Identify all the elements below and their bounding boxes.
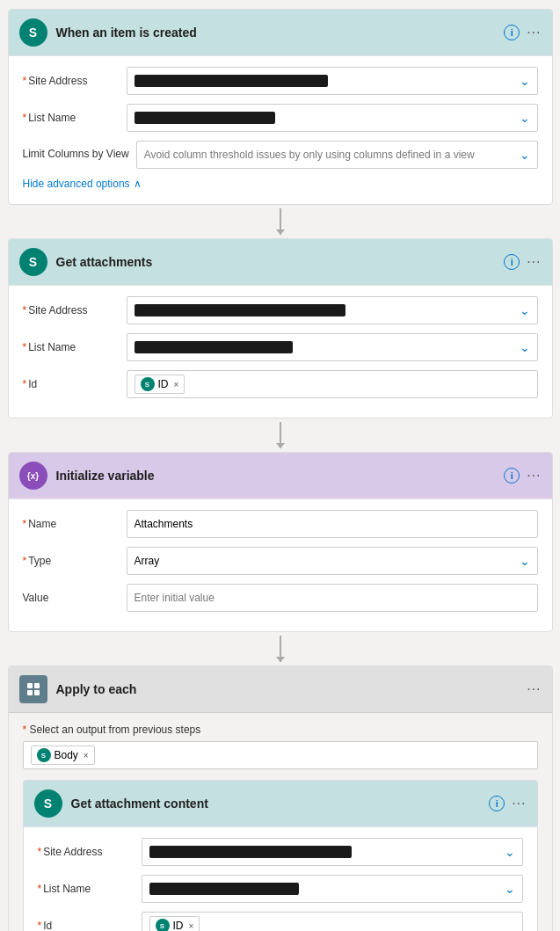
trigger-limit-col-input[interactable]: Avoid column threshold issues by only us… — [136, 141, 538, 169]
init-variable-icon: {x} — [19, 462, 47, 490]
svg-rect-3 — [34, 690, 40, 695]
trigger-icon: S — [19, 18, 47, 47]
init-variable-card: {x} Initialize variable i ··· *Name — [8, 452, 553, 632]
ga-id-token-icon: S — [141, 377, 155, 391]
iv-name-row: *Name — [23, 510, 538, 538]
trigger-list-name-redacted — [135, 112, 275, 124]
get-attachments-title: Get attachments — [56, 255, 496, 269]
gac-id-token-close[interactable]: × — [189, 921, 194, 931]
ga-id-label: *Id — [23, 378, 120, 390]
init-variable-actions: i ··· — [504, 468, 541, 484]
ga-id-row: *Id S ID × — [23, 370, 538, 398]
apply-each-actions: ··· — [527, 681, 541, 697]
trigger-site-address-chevron: ⌄ — [520, 74, 530, 88]
gac-list-name-label: *List Name — [38, 883, 135, 895]
init-variable-info-icon[interactable]: i — [504, 468, 520, 484]
ga-list-name-redacted — [135, 341, 293, 353]
gac-id-token: S ID × — [149, 916, 200, 931]
gac-list-name-input[interactable]: ⌄ — [142, 875, 523, 903]
gac-id-label: *Id — [38, 920, 135, 931]
gac-title: Get attachment content — [71, 796, 481, 811]
apply-each-title: Apply to each — [56, 682, 519, 696]
gac-list-name-row: *List Name ⌄ — [38, 875, 523, 903]
trigger-site-address-input[interactable]: ⌄ — [127, 67, 538, 95]
apply-each-body-token-icon: S — [37, 748, 51, 762]
gac-body: *Site Address ⌄ *List Name — [24, 827, 537, 931]
trigger-site-address-label: *Site Address — [23, 75, 120, 87]
trigger-card: S When an item is created i ··· *Site Ad… — [8, 9, 553, 205]
apply-each-icon — [19, 675, 47, 703]
trigger-site-address-row: *Site Address ⌄ — [23, 67, 538, 95]
apply-each-header: Apply to each ··· — [9, 666, 552, 713]
trigger-limit-col-row: Limit Columns by View Avoid column thres… — [23, 141, 538, 169]
ga-id-input[interactable]: S ID × — [127, 370, 538, 398]
gac-site-address-input[interactable]: ⌄ — [142, 838, 523, 866]
gac-more-button[interactable]: ··· — [512, 796, 526, 811]
apply-each-select-label: * Select an output from previous steps — [23, 724, 538, 736]
trigger-more-button[interactable]: ··· — [527, 25, 541, 40]
gac-list-name-redacted — [149, 883, 299, 895]
svg-rect-2 — [27, 690, 33, 695]
gac-site-address-row: *Site Address ⌄ — [38, 838, 523, 866]
trigger-list-name-row: *List Name ⌄ — [23, 104, 538, 132]
gac-info-icon[interactable]: i — [489, 796, 505, 811]
trigger-list-name-label: *List Name — [23, 112, 120, 124]
flow-container: S When an item is created i ··· *Site Ad… — [0, 0, 560, 931]
iv-value-input[interactable] — [127, 584, 538, 612]
gac-list-name-chevron: ⌄ — [505, 882, 515, 896]
connector-2 — [280, 422, 281, 448]
init-variable-more-button[interactable]: ··· — [527, 468, 541, 484]
get-attachments-actions: i ··· — [504, 254, 541, 270]
trigger-title: When an item is created — [56, 25, 496, 40]
iv-value-row: Value — [23, 584, 538, 612]
ga-site-address-input[interactable]: ⌄ — [127, 296, 538, 324]
ga-list-name-label: *List Name — [23, 341, 120, 353]
apply-each-more-button[interactable]: ··· — [527, 681, 541, 697]
apply-each-card: Apply to each ··· * Select an output fro… — [8, 666, 553, 931]
iv-type-input[interactable]: Array ⌄ — [127, 547, 538, 575]
ga-site-address-redacted — [135, 304, 345, 316]
gac-site-address-chevron: ⌄ — [505, 845, 515, 859]
get-attachments-header: S Get attachments i ··· — [9, 239, 552, 286]
trigger-header: S When an item is created i ··· — [9, 10, 552, 56]
trigger-limit-col-label: Limit Columns by View — [23, 141, 129, 160]
gac-actions: i ··· — [489, 796, 526, 811]
trigger-actions: i ··· — [504, 25, 541, 40]
gac-id-input[interactable]: S ID × — [142, 912, 523, 931]
init-variable-body: *Name *Type Array ⌄ Value — [9, 499, 552, 631]
get-attachments-body: *Site Address ⌄ *List Name ⌄ — [9, 286, 552, 418]
get-attachments-info-icon[interactable]: i — [504, 254, 520, 270]
apply-each-body: * Select an output from previous steps S… — [9, 713, 552, 931]
ga-site-address-row: *Site Address ⌄ — [23, 296, 538, 324]
trigger-limit-col-chevron: ⌄ — [520, 148, 530, 162]
apply-each-body-token-close[interactable]: × — [84, 751, 89, 760]
trigger-limit-col-placeholder: Avoid column threshold issues by only us… — [144, 149, 475, 161]
get-attachments-more-button[interactable]: ··· — [527, 254, 541, 270]
init-variable-title: Initialize variable — [56, 469, 496, 483]
ga-list-name-input[interactable]: ⌄ — [127, 333, 538, 361]
apply-each-body-token: S Body × — [31, 746, 95, 765]
iv-name-input[interactable] — [127, 510, 538, 538]
ga-list-name-chevron: ⌄ — [520, 340, 530, 354]
trigger-list-name-chevron: ⌄ — [520, 111, 530, 125]
trigger-hide-advanced-button[interactable]: Hide advanced options ∧ — [23, 178, 538, 190]
hide-advanced-chevron-icon: ∧ — [134, 178, 142, 190]
ga-id-token-close[interactable]: × — [174, 380, 179, 389]
gac-id-row: *Id S ID × — [38, 912, 523, 931]
trigger-list-name-input[interactable]: ⌄ — [127, 104, 538, 132]
iv-name-label: *Name — [23, 518, 120, 530]
iv-type-chevron: ⌄ — [520, 554, 530, 568]
get-attachment-content-card: S Get attachment content i ··· *Site A — [23, 780, 538, 931]
ga-site-address-label: *Site Address — [23, 304, 120, 316]
ga-list-name-row: *List Name ⌄ — [23, 333, 538, 361]
get-attachments-card: S Get attachments i ··· *Site Address ⌄ — [8, 238, 553, 418]
iv-type-label: *Type — [23, 555, 120, 567]
trigger-info-icon[interactable]: i — [504, 25, 520, 40]
get-attachments-icon: S — [19, 248, 47, 276]
svg-rect-0 — [27, 683, 33, 688]
apply-each-output-input[interactable]: S Body × — [23, 741, 538, 769]
gac-site-address-label: *Site Address — [38, 846, 135, 858]
init-variable-header: {x} Initialize variable i ··· — [9, 453, 552, 499]
iv-value-label: Value — [23, 592, 120, 604]
ga-site-address-chevron: ⌄ — [520, 303, 530, 317]
